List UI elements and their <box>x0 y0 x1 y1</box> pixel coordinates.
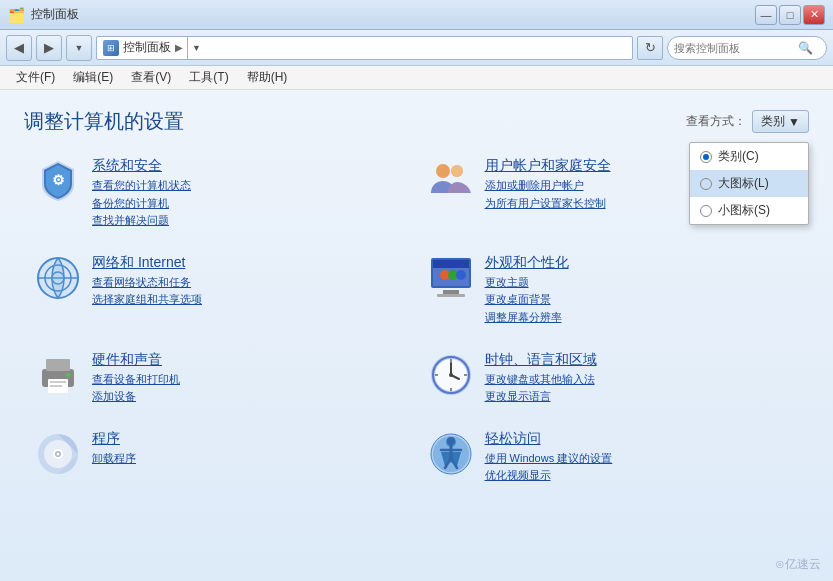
refresh-button[interactable]: ↻ <box>637 36 663 60</box>
svg-rect-20 <box>50 381 66 383</box>
svg-rect-11 <box>433 260 469 268</box>
dd-label-category: 类别(C) <box>718 148 759 165</box>
svg-point-22 <box>66 373 70 377</box>
address-dropdown-button[interactable]: ▼ <box>187 36 205 60</box>
programs-icon <box>34 430 82 478</box>
address-separator-icon: ▶ <box>175 42 183 53</box>
cp-item-network: 网络和 Internet 查看网络状态和任务 选择家庭组和共享选项 <box>24 242 417 339</box>
view-control: 查看方式： 类别 ▼ <box>686 110 809 133</box>
cp-sub-hardware-0[interactable]: 查看设备和打印机 <box>92 371 180 389</box>
menu-edit[interactable]: 编辑(E) <box>65 67 121 88</box>
cp-text-system-security: 系统和安全 查看您的计算机状态 备份您的计算机 查找并解决问题 <box>92 157 191 230</box>
main-content: 调整计算机的设置 查看方式： 类别 ▼ ⚙ 系统和安全 查看您的计算机 <box>0 90 833 581</box>
menu-bar: 文件(F) 编辑(E) 查看(V) 工具(T) 帮助(H) <box>0 66 833 90</box>
cp-title-hardware[interactable]: 硬件和声音 <box>92 351 180 369</box>
view-label: 查看方式： <box>686 113 746 130</box>
cp-text-programs: 程序 卸载程序 <box>92 430 136 468</box>
cp-item-hardware: 硬件和声音 查看设备和打印机 添加设备 <box>24 339 417 418</box>
cp-sub-system-security-1[interactable]: 备份您的计算机 <box>92 195 191 213</box>
close-button[interactable]: ✕ <box>803 5 825 25</box>
svg-point-3 <box>451 165 463 177</box>
cp-sub-clock-0[interactable]: 更改键盘或其他输入法 <box>485 371 597 389</box>
menu-tools[interactable]: 工具(T) <box>181 67 236 88</box>
network-icon <box>34 254 82 302</box>
cp-title-user-accounts[interactable]: 用户帐户和家庭安全 <box>485 157 611 175</box>
cp-sub-appearance-0[interactable]: 更改主题 <box>485 274 569 292</box>
view-dropdown-button[interactable]: 类别 ▼ <box>752 110 809 133</box>
svg-rect-12 <box>443 290 459 294</box>
dd-radio-large <box>700 178 712 190</box>
cp-item-appearance: 外观和个性化 更改主题 更改桌面背景 调整屏幕分辨率 <box>417 242 810 339</box>
cp-text-clock: 时钟、语言和区域 更改键盘或其他输入法 更改显示语言 <box>485 351 597 406</box>
cp-title-system-security[interactable]: 系统和安全 <box>92 157 191 175</box>
page-header: 调整计算机的设置 查看方式： 类别 ▼ <box>0 90 833 145</box>
back-button[interactable]: ◀ <box>6 35 32 61</box>
cp-item-system-security: ⚙ 系统和安全 查看您的计算机状态 备份您的计算机 查找并解决问题 <box>24 145 417 242</box>
cp-item-clock: 时钟、语言和区域 更改键盘或其他输入法 更改显示语言 <box>417 339 810 418</box>
search-icon: 🔍 <box>798 41 813 55</box>
menu-help[interactable]: 帮助(H) <box>239 67 296 88</box>
cp-title-ease-access[interactable]: 轻松访问 <box>485 430 613 448</box>
cp-text-hardware: 硬件和声音 查看设备和打印机 添加设备 <box>92 351 180 406</box>
cp-sub-programs-0[interactable]: 卸载程序 <box>92 450 136 468</box>
svg-point-37 <box>57 452 60 455</box>
cp-sub-user-accounts-1[interactable]: 为所有用户设置家长控制 <box>485 195 611 213</box>
cp-sub-appearance-1[interactable]: 更改桌面背景 <box>485 291 569 309</box>
title-bar: 🗂️ 控制面板 — □ ✕ <box>0 0 833 30</box>
address-folder-icon: ⊞ <box>103 40 119 56</box>
cp-sub-clock-1[interactable]: 更改显示语言 <box>485 388 597 406</box>
window-icon: 🗂️ <box>8 7 25 23</box>
maximize-button[interactable]: □ <box>779 5 801 25</box>
svg-rect-13 <box>437 294 465 297</box>
cp-sub-user-accounts-0[interactable]: 添加或删除用户帐户 <box>485 177 611 195</box>
svg-text:⚙: ⚙ <box>52 172 65 188</box>
address-text: 控制面板 <box>123 39 171 56</box>
search-input[interactable] <box>674 42 794 54</box>
title-bar-controls: — □ ✕ <box>755 5 825 25</box>
cp-sub-system-security-0[interactable]: 查看您的计算机状态 <box>92 177 191 195</box>
svg-rect-18 <box>46 359 70 371</box>
cp-sub-ease-access-1[interactable]: 优化视频显示 <box>485 467 613 485</box>
address-box: ⊞ 控制面板 ▶ ▼ <box>96 36 633 60</box>
cp-item-ease-access: 轻松访问 使用 Windows 建议的设置 优化视频显示 <box>417 418 810 497</box>
cp-sub-network-1[interactable]: 选择家庭组和共享选项 <box>92 291 202 309</box>
cp-title-clock[interactable]: 时钟、语言和区域 <box>485 351 597 369</box>
forward-button[interactable]: ▶ <box>36 35 62 61</box>
view-btn-label: 类别 <box>761 113 785 130</box>
svg-point-28 <box>449 373 453 377</box>
cp-text-ease-access: 轻松访问 使用 Windows 建议的设置 优化视频显示 <box>485 430 613 485</box>
cp-title-programs[interactable]: 程序 <box>92 430 136 448</box>
cp-sub-system-security-2[interactable]: 查找并解决问题 <box>92 212 191 230</box>
cp-text-appearance: 外观和个性化 更改主题 更改桌面背景 调整屏幕分辨率 <box>485 254 569 327</box>
system-security-icon: ⚙ <box>34 157 82 205</box>
menu-file[interactable]: 文件(F) <box>8 67 63 88</box>
ease-access-icon <box>427 430 475 478</box>
window-title: 控制面板 <box>31 6 79 23</box>
view-dropdown-icon: ▼ <box>788 115 800 129</box>
cp-sub-ease-access-0[interactable]: 使用 Windows 建议的设置 <box>485 450 613 468</box>
page-title: 调整计算机的设置 <box>24 108 184 135</box>
hardware-icon <box>34 351 82 399</box>
cp-sub-hardware-1[interactable]: 添加设备 <box>92 388 180 406</box>
cp-title-appearance[interactable]: 外观和个性化 <box>485 254 569 272</box>
dd-label-large: 大图标(L) <box>718 175 769 192</box>
svg-point-1 <box>436 164 450 178</box>
view-dropdown-overlay: 类别(C) 大图标(L) 小图标(S) <box>689 142 809 225</box>
dd-item-large[interactable]: 大图标(L) <box>690 170 808 197</box>
cp-title-network[interactable]: 网络和 Internet <box>92 254 202 272</box>
user-accounts-icon <box>427 157 475 205</box>
dropdown-button[interactable]: ▼ <box>66 35 92 61</box>
dd-label-small: 小图标(S) <box>718 202 770 219</box>
search-box: 🔍 <box>667 36 827 60</box>
minimize-button[interactable]: — <box>755 5 777 25</box>
title-bar-left: 🗂️ 控制面板 <box>8 6 79 23</box>
cp-text-user-accounts: 用户帐户和家庭安全 添加或删除用户帐户 为所有用户设置家长控制 <box>485 157 611 212</box>
dd-item-small[interactable]: 小图标(S) <box>690 197 808 224</box>
cp-sub-network-0[interactable]: 查看网络状态和任务 <box>92 274 202 292</box>
svg-rect-21 <box>50 385 62 387</box>
clock-icon <box>427 351 475 399</box>
dd-item-category[interactable]: 类别(C) <box>690 143 808 170</box>
dd-radio-small <box>700 205 712 217</box>
menu-view[interactable]: 查看(V) <box>123 67 179 88</box>
cp-sub-appearance-2[interactable]: 调整屏幕分辨率 <box>485 309 569 327</box>
